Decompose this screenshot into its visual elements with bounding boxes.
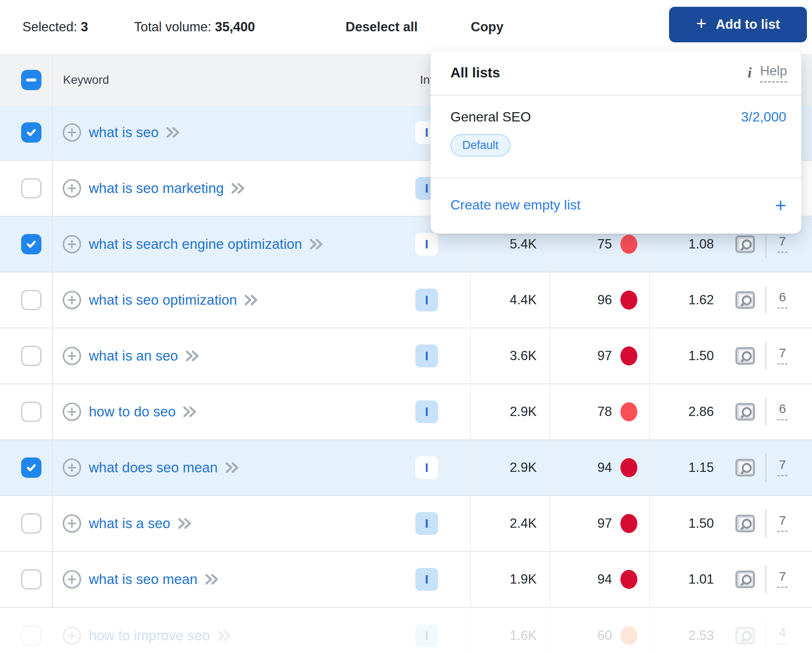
expand-keyword-icon[interactable] (309, 238, 324, 250)
add-keyword-icon[interactable] (62, 626, 82, 645)
keyword-cell: what is seo (62, 105, 180, 160)
volume-value: 1.6K (510, 628, 537, 643)
row-checkbox[interactable] (21, 346, 41, 366)
add-keyword-icon[interactable] (62, 458, 82, 477)
expand-keyword-icon[interactable] (244, 294, 258, 306)
volume-value: 2.9K (510, 460, 537, 475)
keyword-link[interactable]: how to do seo (89, 404, 176, 420)
keyword-link[interactable]: what is seo (89, 124, 159, 141)
serp-preview-icon[interactable] (733, 512, 757, 535)
keyword-link[interactable]: what is seo mean (89, 571, 198, 587)
keyword-table-screen: Selected: 3 Total volume: 35,400 Deselec… (0, 0, 812, 653)
intent-badge[interactable]: I (415, 568, 438, 591)
help-link[interactable]: Help (760, 63, 787, 83)
cpc-value: 2.86 (689, 404, 714, 419)
results-count-link[interactable]: 7 (777, 234, 788, 253)
row-checkbox[interactable] (21, 290, 41, 310)
row-checkbox[interactable] (21, 569, 41, 590)
add-keyword-icon[interactable] (62, 514, 82, 533)
expand-keyword-icon[interactable] (231, 182, 245, 194)
keyword-link[interactable]: what is search engine optimization (89, 236, 302, 252)
row-checkbox[interactable] (21, 234, 41, 254)
plus-icon: + (775, 196, 786, 215)
row-checkbox[interactable] (21, 402, 41, 422)
select-all-checkbox[interactable] (21, 70, 41, 90)
expand-keyword-icon[interactable] (217, 630, 231, 642)
intent-badge[interactable]: I (415, 344, 438, 367)
all-lists-popup: All lists i Help General SEO 3/2,000 Def… (431, 51, 801, 234)
keyword-link[interactable]: what does seo mean (89, 460, 218, 476)
row-checkbox[interactable] (21, 513, 41, 534)
results-count-link[interactable]: 7 (777, 346, 788, 364)
column-divider (470, 384, 471, 439)
row-checkbox[interactable] (21, 122, 41, 143)
expand-keyword-icon[interactable] (185, 350, 200, 362)
serp-preview-icon[interactable] (733, 288, 757, 312)
serp-preview-icon[interactable] (733, 456, 757, 479)
serp-preview-icon[interactable] (733, 344, 757, 368)
kd-value: 75 (598, 237, 612, 252)
results-count-link[interactable]: 6 (777, 402, 788, 420)
add-keyword-icon[interactable] (62, 179, 82, 198)
add-keyword-icon[interactable] (62, 234, 82, 254)
results-count: 7 (771, 513, 794, 532)
results-divider (765, 286, 766, 314)
results-divider (765, 454, 766, 482)
keyword-link[interactable]: how to improve seo (89, 628, 210, 644)
row-checkbox[interactable] (21, 178, 41, 198)
expand-keyword-icon[interactable] (166, 127, 180, 138)
kd-value: 78 (598, 404, 612, 419)
default-badge: Default (450, 134, 510, 157)
results-count-link[interactable]: 6 (777, 290, 788, 309)
add-keyword-icon[interactable] (62, 123, 82, 142)
add-keyword-icon[interactable] (62, 402, 82, 422)
expand-keyword-icon[interactable] (225, 462, 239, 474)
kd-difficulty-dot (620, 570, 637, 589)
results-count-link[interactable]: 7 (777, 513, 788, 532)
kd-difficulty-dot (620, 235, 637, 254)
kd-value: 97 (598, 516, 612, 531)
keyword-cell: what is seo marketing (62, 161, 245, 216)
kd-value: 96 (598, 292, 612, 308)
intent-badge[interactable]: I (415, 624, 438, 647)
serp-preview-icon[interactable] (733, 568, 757, 591)
volume-value: 5.4K (510, 237, 537, 252)
cpc-value: 1.50 (689, 516, 714, 531)
keyword-link[interactable]: what is seo optimization (89, 292, 237, 308)
expand-keyword-icon[interactable] (183, 406, 197, 418)
add-keyword-icon[interactable] (62, 570, 82, 589)
intent-badge[interactable]: I (415, 233, 438, 256)
serp-preview-icon[interactable] (733, 400, 757, 424)
row-checkbox[interactable] (21, 457, 41, 478)
serp-preview-icon[interactable] (733, 624, 757, 647)
keyword-cell: what is search engine optimization (62, 217, 324, 272)
column-divider (52, 384, 53, 439)
intent-badge[interactable]: I (415, 456, 438, 479)
keyword-link[interactable]: what is an seo (89, 348, 178, 364)
info-icon[interactable]: i (748, 65, 752, 81)
column-divider (550, 608, 551, 653)
results-count-link[interactable]: 4 (777, 625, 788, 644)
expand-keyword-icon[interactable] (178, 518, 192, 529)
list-item-general-seo[interactable]: General SEO 3/2,000 Default (431, 96, 801, 178)
row-checkbox[interactable] (21, 625, 41, 646)
copy-link[interactable]: Copy (471, 19, 504, 35)
expand-keyword-icon[interactable] (205, 573, 219, 585)
results-count-link[interactable]: 7 (777, 457, 788, 476)
intent-badge[interactable]: I (415, 400, 438, 423)
intent-badge[interactable]: I (415, 289, 438, 311)
add-keyword-icon[interactable] (62, 290, 82, 310)
results-count-link[interactable]: 7 (777, 569, 788, 588)
keyword-link[interactable]: what is a seo (89, 515, 170, 532)
create-new-list-button[interactable]: Create new empty list + (431, 178, 801, 232)
keyword-link[interactable]: what is seo marketing (89, 180, 224, 196)
add-keyword-icon[interactable] (62, 346, 82, 366)
serp-preview-icon[interactable] (733, 232, 757, 256)
add-to-list-button[interactable]: + Add to list (669, 7, 807, 42)
column-divider (550, 273, 551, 328)
results-count: 7 (771, 346, 794, 364)
intent-badge[interactable]: I (415, 512, 438, 535)
deselect-all-link[interactable]: Deselect all (346, 19, 418, 35)
table-row: what is an seoI3.6K971.507 (0, 328, 812, 384)
column-divider (550, 384, 551, 439)
